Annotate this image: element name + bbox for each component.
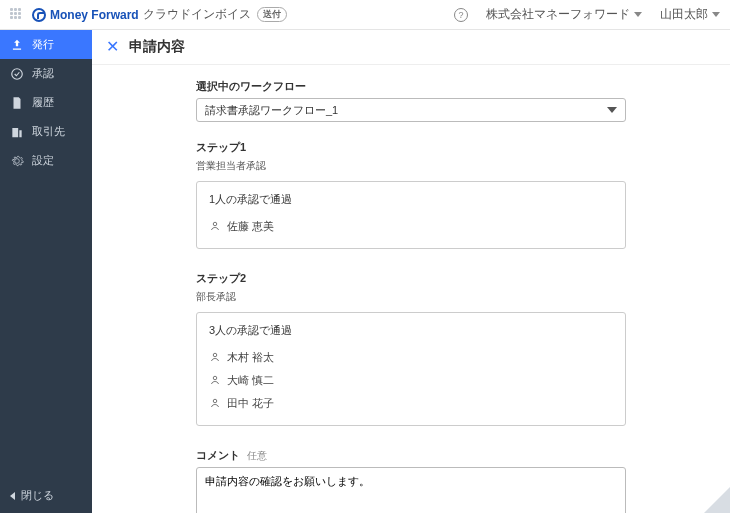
sidebar-item-settings[interactable]: 設定 — [0, 146, 92, 175]
sidebar-close-label: 閉じる — [21, 488, 54, 503]
page-title: 申請内容 — [129, 38, 185, 56]
brand: Money Forward クラウドインボイス 送付 — [32, 6, 287, 23]
main: ✕ 申請内容 選択中のワークフロー 請求書承認ワークフロー_1 ステップ1 営業… — [92, 30, 730, 513]
building-icon — [10, 125, 24, 139]
comment-label: コメント 任意 — [196, 448, 626, 463]
approver-name: 大崎 慎二 — [227, 373, 274, 388]
sidebar-item-label: 設定 — [32, 153, 54, 168]
document-icon — [10, 96, 24, 110]
user-dropdown[interactable]: 山田太郎 — [660, 6, 720, 23]
svg-point-4 — [213, 399, 217, 403]
workflow-value: 請求書承認ワークフロー_1 — [205, 103, 338, 118]
page-corner-fold — [704, 487, 730, 513]
help-icon[interactable]: ? — [454, 8, 468, 22]
sidebar-collapse[interactable]: 閉じる — [0, 478, 92, 513]
company-dropdown[interactable]: 株式会社マネーフォワード — [486, 6, 642, 23]
step-subtitle: 営業担当者承認 — [196, 159, 626, 173]
gear-icon — [10, 154, 24, 168]
sidebar-item-approval[interactable]: 承認 — [0, 59, 92, 88]
brand-sub: クラウドインボイス — [143, 6, 251, 23]
step-title: ステップ2 — [196, 271, 626, 286]
close-icon[interactable]: ✕ — [106, 39, 119, 55]
step-rule: 1人の承認で通過 — [209, 192, 613, 207]
apps-grid-icon[interactable] — [10, 8, 24, 22]
sidebar-item-issue[interactable]: 発行 — [0, 30, 92, 59]
user-icon — [209, 397, 221, 411]
approver-name: 田中 花子 — [227, 396, 274, 411]
approver-row: 田中 花子 — [209, 392, 613, 415]
brand-badge: 送付 — [257, 7, 287, 22]
svg-point-1 — [213, 222, 217, 226]
chevron-down-icon — [712, 12, 720, 17]
approver-row: 大崎 慎二 — [209, 369, 613, 392]
chevron-down-icon — [634, 12, 642, 17]
sidebar-item-label: 発行 — [32, 37, 54, 52]
sidebar-item-history[interactable]: 履歴 — [0, 88, 92, 117]
app-header: Money Forward クラウドインボイス 送付 ? 株式会社マネーフォワー… — [0, 0, 730, 30]
user-name: 山田太郎 — [660, 6, 708, 23]
sidebar-item-label: 取引先 — [32, 124, 65, 139]
caret-down-icon — [607, 107, 617, 113]
sidebar: 発行 承認 履歴 取引先 設定 閉じる — [0, 30, 92, 513]
brand-logo-icon — [32, 8, 46, 22]
check-circle-icon — [10, 67, 24, 81]
sidebar-item-label: 承認 — [32, 66, 54, 81]
approver-name: 佐藤 恵美 — [227, 219, 274, 234]
workflow-label: 選択中のワークフロー — [196, 79, 626, 94]
step-box: 3人の承認で通過 木村 裕太 大崎 慎二 田中 花子 — [196, 312, 626, 426]
svg-point-2 — [213, 353, 217, 357]
workflow-select[interactable]: 請求書承認ワークフロー_1 — [196, 98, 626, 122]
sidebar-item-label: 履歴 — [32, 95, 54, 110]
step-box: 1人の承認で通過 佐藤 恵美 — [196, 181, 626, 249]
step-rule: 3人の承認で通過 — [209, 323, 613, 338]
brand-main: Money Forward — [50, 8, 139, 22]
approver-row: 木村 裕太 — [209, 346, 613, 369]
chevron-left-icon — [10, 492, 15, 500]
application-form: 選択中のワークフロー 請求書承認ワークフロー_1 ステップ1 営業担当者承認 1… — [196, 79, 626, 513]
user-icon — [209, 374, 221, 388]
step-title: ステップ1 — [196, 140, 626, 155]
comment-textarea[interactable] — [196, 467, 626, 513]
page-header: ✕ 申請内容 — [92, 30, 730, 65]
sidebar-item-clients[interactable]: 取引先 — [0, 117, 92, 146]
comment-optional: 任意 — [247, 450, 267, 461]
svg-point-0 — [12, 68, 23, 79]
content: 選択中のワークフロー 請求書承認ワークフロー_1 ステップ1 営業担当者承認 1… — [92, 65, 730, 513]
user-icon — [209, 351, 221, 365]
svg-point-3 — [213, 376, 217, 380]
step-subtitle: 部長承認 — [196, 290, 626, 304]
comment-label-text: コメント — [196, 449, 240, 461]
approver-name: 木村 裕太 — [227, 350, 274, 365]
approver-row: 佐藤 恵美 — [209, 215, 613, 238]
company-name: 株式会社マネーフォワード — [486, 6, 630, 23]
user-icon — [209, 220, 221, 234]
upload-icon — [10, 38, 24, 52]
